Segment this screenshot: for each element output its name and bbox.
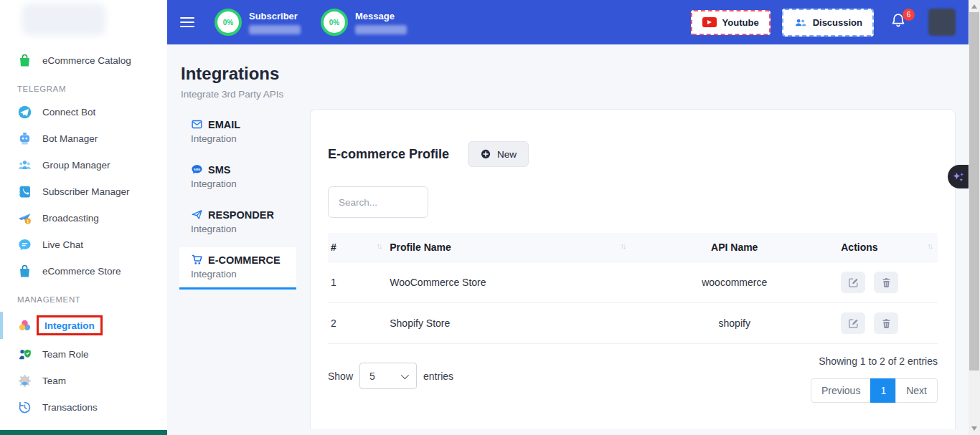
chat-bubble-icon <box>17 237 32 252</box>
main-content: Integrations Integrate 3rd Party APIs EM… <box>167 44 969 435</box>
youtube-play-icon <box>702 17 717 27</box>
sidebar-item-label: Transactions <box>42 402 98 413</box>
sidebar-item-transactions[interactable]: Transactions <box>0 394 167 421</box>
subnav-item-sub: Integration <box>191 178 296 189</box>
subscriber-stat-label: Subscriber <box>249 9 301 21</box>
sidebar-item-subscriber-manager[interactable]: Subscriber Manager <box>0 178 167 205</box>
previous-page-button[interactable]: Previous <box>811 378 871 403</box>
entries-label: entries <box>423 371 453 382</box>
gear-person-icon <box>17 373 32 388</box>
person-shield-icon <box>17 347 32 362</box>
envelope-icon <box>191 118 203 130</box>
sidebar-item-live-chat[interactable]: Live Chat <box>0 231 167 258</box>
column-header-profile-name[interactable]: Profile Name ↑↓ <box>387 233 631 262</box>
chevron-down-icon <box>401 371 409 378</box>
ai-assistant-button[interactable] <box>948 165 969 188</box>
vertical-scrollbar[interactable] <box>969 0 980 435</box>
subnav-item-responder[interactable]: RESPONDER Integration <box>179 202 296 242</box>
history-clock-icon <box>17 400 32 415</box>
subnav-item-name: SMS <box>208 164 230 176</box>
column-header-actions[interactable]: Actions ↑↓ <box>838 233 938 262</box>
sidebar-item-connect-bot[interactable]: Connect Bot <box>0 99 167 125</box>
edit-pencil-icon <box>847 317 859 330</box>
sidebar-item-broadcasting[interactable]: Broadcasting <box>0 205 167 231</box>
sidebar-section-management: MANAGEMENT <box>0 285 167 310</box>
app-window: eCommerce Catalog TELEGRAM Connect Bot B… <box>0 0 980 435</box>
sidebar-item-team[interactable]: Team <box>0 368 167 394</box>
column-header-api-name[interactable]: API Name <box>631 233 838 262</box>
api-name-cell: woocommerce <box>631 262 838 303</box>
user-avatar[interactable] <box>928 9 956 36</box>
hamburger-menu-icon[interactable] <box>180 17 194 28</box>
ecommerce-profile-card: E-commerce Profile New # ↑↓ <box>310 109 956 429</box>
app-logo[interactable] <box>22 3 106 36</box>
sidebar-item-label: Group Manager <box>42 160 110 171</box>
sidebar: eCommerce Catalog TELEGRAM Connect Bot B… <box>0 0 167 435</box>
sidebar-item-ecommerce-catalog[interactable]: eCommerce Catalog <box>0 47 167 74</box>
broadcast-plane-icon <box>17 211 32 226</box>
profile-name-cell: Shopify Store <box>387 303 631 344</box>
sidebar-item-label: Connect Bot <box>42 107 95 118</box>
sidebar-item-label: Integration <box>44 320 95 331</box>
next-page-button[interactable]: Next <box>895 378 938 403</box>
subnav-item-email[interactable]: EMAIL Integration <box>179 112 296 152</box>
scrollbar-up-arrow-icon[interactable] <box>971 4 977 9</box>
edit-button[interactable] <box>841 312 865 334</box>
subnav-item-name: EMAIL <box>208 119 240 130</box>
row-number: 2 <box>328 303 387 344</box>
sidebar-item-label: Bot Manager <box>42 133 98 144</box>
subnav-item-sms[interactable]: SMS SMS Integration <box>179 157 296 197</box>
subnav-item-sub: Integration <box>191 269 296 279</box>
table-row: 1 WooCommerce Store woocommerce <box>328 262 938 303</box>
sidebar-item-group-manager[interactable]: Group Manager <box>0 152 167 178</box>
sidebar-item-label: eCommerce Store <box>42 266 121 277</box>
sidebar-footer-bar <box>0 430 167 435</box>
message-stat: 0% Message <box>321 9 407 36</box>
sidebar-item-label: Team Role <box>42 349 89 360</box>
new-profile-button[interactable]: New <box>468 141 529 167</box>
discussion-button[interactable]: Discussion <box>782 9 874 37</box>
search-input[interactable] <box>328 186 428 218</box>
entries-summary: Showing 1 to 2 of 2 entries <box>819 355 938 367</box>
sidebar-item-integration[interactable]: Integration <box>0 310 167 341</box>
scrollbar-down-arrow-icon[interactable] <box>971 426 977 431</box>
sort-icon: ↑↓ <box>621 242 628 250</box>
sidebar-item-team-role[interactable]: Team Role <box>0 341 167 368</box>
telegram-plane-icon <box>17 105 32 120</box>
sidebar-section-telegram: TELEGRAM <box>0 74 167 99</box>
sidebar-item-ecommerce-store[interactable]: eCommerce Store <box>0 258 167 285</box>
subscriber-stat-value-blurred <box>249 25 301 34</box>
contact-book-icon <box>17 184 32 199</box>
page-title: Integrations <box>181 64 969 84</box>
shopping-bag-green-icon <box>17 53 32 68</box>
subnav-item-sub: Integration <box>191 224 296 234</box>
discussion-button-label: Discussion <box>813 17 862 28</box>
delete-button[interactable] <box>874 272 898 293</box>
sidebar-item-label: Live Chat <box>42 239 83 250</box>
trash-icon <box>880 317 892 330</box>
sidebar-item-bot-manager[interactable]: Bot Manager <box>0 125 167 152</box>
delete-button[interactable] <box>874 312 898 334</box>
column-header-number[interactable]: # ↑↓ <box>328 233 387 262</box>
sidebar-item-label: eCommerce Catalog <box>42 55 131 66</box>
page-size-value: 5 <box>369 371 375 382</box>
sparkles-icon <box>951 170 966 184</box>
notifications-button[interactable]: 6 <box>890 12 907 32</box>
integration-subnav: EMAIL Integration SMS SMS Integration RE… <box>179 109 296 295</box>
youtube-button[interactable]: Youtube <box>691 10 771 35</box>
current-page-button[interactable]: 1 <box>870 378 896 403</box>
notification-count-badge: 6 <box>903 9 915 21</box>
youtube-button-label: Youtube <box>722 17 759 28</box>
page-size-select[interactable]: 5 <box>359 363 417 389</box>
sms-bubble-icon: SMS <box>191 163 203 176</box>
scrollbar-thumb[interactable] <box>969 12 979 371</box>
sort-icon: ↑↓ <box>928 242 936 250</box>
color-circles-icon <box>17 318 32 333</box>
profile-name-cell: WooCommerce Store <box>387 262 631 303</box>
sidebar-item-label: Subscriber Manager <box>42 186 130 197</box>
message-stat-label: Message <box>355 9 407 21</box>
subnav-item-ecommerce[interactable]: E-COMMERCE Integration <box>179 247 296 290</box>
message-stat-value-blurred <box>355 25 407 34</box>
edit-button[interactable] <box>841 272 865 293</box>
pagination: Previous 1 Next <box>811 378 938 403</box>
